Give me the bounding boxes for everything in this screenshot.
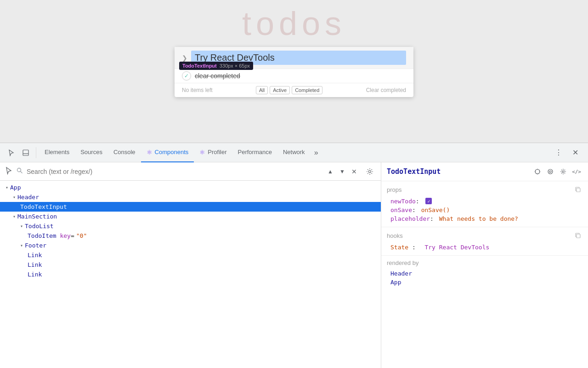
filter-buttons: All Active Completed <box>256 86 322 94</box>
todo-item-text: clear completed <box>195 72 240 80</box>
todo-items-area: ✓ clear completed <box>175 69 413 83</box>
tree-item-todoitem[interactable]: TodoItem key = "0" <box>0 231 381 241</box>
prop-newtodo-name: newTodo <box>390 198 416 205</box>
todo-app-frame: ❯ Try React DevTools TodoTextInput 330px… <box>175 47 413 97</box>
tree-item-link-3[interactable]: Link <box>0 270 381 279</box>
props-section-header: props <box>387 185 582 194</box>
tab-elements[interactable]: Elements <box>39 143 75 162</box>
rendered-by-header: rendered by <box>387 259 582 266</box>
cursor-tool-btn[interactable] <box>4 145 18 160</box>
prop-row-newtodo: newTodo : ✓ <box>387 197 582 206</box>
app-title: todos <box>242 5 346 42</box>
tab-components[interactable]: ⚛ Components <box>141 143 194 162</box>
search-clear-btn[interactable]: ✕ <box>349 166 360 177</box>
component-name-todotextinput: TodoTextInput <box>20 203 67 210</box>
component-name-footer: Footer <box>25 242 46 249</box>
todo-chevron-icon: ❯ <box>182 54 187 62</box>
selected-component-title: TodoTextInput <box>387 167 528 176</box>
tree-item-mainsection[interactable]: ▾ MainSection <box>0 212 381 221</box>
svg-line-3 <box>21 172 23 173</box>
svg-rect-0 <box>23 150 28 155</box>
view-source-btn[interactable] <box>545 166 556 177</box>
hooks-label: hooks <box>387 232 403 239</box>
filter-all-btn[interactable]: All <box>256 86 268 94</box>
devtools-close-btn[interactable]: ✕ <box>568 145 582 160</box>
search-prev-btn[interactable]: ▲ <box>325 166 336 177</box>
right-panel: TodoTextInput <box>381 162 588 368</box>
more-tabs-btn[interactable]: » <box>311 143 322 162</box>
tab-console[interactable]: Console <box>108 143 141 162</box>
rendered-by-label: rendered by <box>387 259 418 266</box>
inspect-btn[interactable] <box>532 166 543 177</box>
tab-profiler[interactable]: ⚛ Profiler <box>194 143 232 162</box>
tooltip-component: TodoTextInput <box>182 63 217 69</box>
search-icon <box>17 167 23 175</box>
search-settings-btn[interactable] <box>363 165 376 178</box>
props-copy-btn[interactable] <box>573 185 582 194</box>
components-tab-icon: ⚛ <box>147 149 153 156</box>
svg-rect-13 <box>577 188 580 192</box>
tab-separator <box>36 147 36 158</box>
svg-point-11 <box>549 171 551 172</box>
profiler-tab-icon: ⚛ <box>199 149 205 156</box>
preview-area: todos ❯ Try React DevTools TodoTextInput… <box>0 0 588 143</box>
tree-item-app[interactable]: ▾ App <box>0 183 381 192</box>
rendered-by-section: rendered by Header App <box>381 256 588 290</box>
hooks-copy-btn[interactable] <box>573 231 582 240</box>
tab-sources[interactable]: Sources <box>75 143 108 162</box>
tree-item-todolist[interactable]: ▾ TodoList <box>0 221 381 231</box>
props-label: props <box>387 186 402 193</box>
component-name-todoitem: TodoItem <box>28 232 57 239</box>
tab-performance[interactable]: Performance <box>232 143 277 162</box>
tree-arrow-todolist: ▾ <box>20 224 23 229</box>
todo-checkbox: ✓ <box>182 71 191 80</box>
todo-footer-bar: No items left All Active Completed Clear… <box>175 83 413 97</box>
prop-placeholder-value: What needs to be done? <box>439 215 518 222</box>
search-cursor-icon <box>5 167 13 177</box>
filter-active-btn[interactable]: Active <box>270 86 290 94</box>
tree-item-link-1[interactable]: Link <box>0 250 381 260</box>
tree-item-footer[interactable]: ▾ Footer <box>0 241 381 250</box>
source-code-btn[interactable]: </> <box>571 166 582 177</box>
tree-arrow-mainsection: ▾ <box>13 214 16 219</box>
todo-input-row: ❯ Try React DevTools TodoTextInput 330px… <box>175 47 413 69</box>
prop-onsave-value: onSave() <box>421 207 450 213</box>
svg-point-4 <box>369 170 371 172</box>
element-tooltip: TodoTextInput 330px × 65px <box>179 62 253 70</box>
tree-item-link-2[interactable]: Link <box>0 260 381 270</box>
search-input[interactable] <box>27 168 321 175</box>
tab-network[interactable]: Network <box>277 143 311 162</box>
prop-onsave-name: onSave <box>390 207 412 213</box>
svg-point-12 <box>562 171 564 172</box>
props-section: props newTodo : ✓ onSave <box>381 181 588 227</box>
svg-point-2 <box>17 168 21 172</box>
devtools-panel: Elements Sources Console ⚛ Components ⚛ … <box>0 143 588 368</box>
dock-btn[interactable] <box>18 145 33 160</box>
component-name-mainsection: MainSection <box>17 213 57 220</box>
rendered-by-app-item[interactable]: App <box>387 278 582 287</box>
tree-item-todotextinput[interactable]: TodoTextInput <box>0 202 381 212</box>
hook-state-name: State <box>390 244 408 251</box>
left-panel: ▲ ▼ ✕ ▾ App <box>0 162 381 368</box>
hooks-section-header: hooks <box>387 231 582 240</box>
clear-completed-btn[interactable]: Clear completed <box>366 87 406 93</box>
right-panel-header: TodoTextInput <box>381 162 588 181</box>
component-tree: ▾ App ▾ Header TodoTextInput ▾ <box>0 181 381 368</box>
hooks-section: hooks State : Try React DevTools <box>381 227 588 256</box>
devtools-settings-btn[interactable]: ⋮ <box>551 145 566 160</box>
svg-point-10 <box>548 169 553 174</box>
filter-completed-btn[interactable]: Completed <box>292 86 322 94</box>
prop-row-placeholder: placeholder : What needs to be done? <box>387 214 582 223</box>
search-next-btn[interactable]: ▼ <box>337 166 348 177</box>
component-name-link-1: Link <box>28 252 42 259</box>
todoitem-prop-val: "0" <box>76 232 87 239</box>
settings-component-btn[interactable] <box>558 166 569 177</box>
hook-row-state: State : Try React DevTools <box>387 243 582 252</box>
tree-item-header[interactable]: ▾ Header <box>0 192 381 202</box>
rendered-by-header-item[interactable]: Header <box>387 269 582 278</box>
tree-arrow-app: ▾ <box>6 185 8 190</box>
right-panel-actions: </> <box>532 166 582 177</box>
component-name-todolist: TodoList <box>25 223 54 230</box>
svg-point-5 <box>535 169 540 174</box>
component-name-link-3: Link <box>28 271 42 278</box>
